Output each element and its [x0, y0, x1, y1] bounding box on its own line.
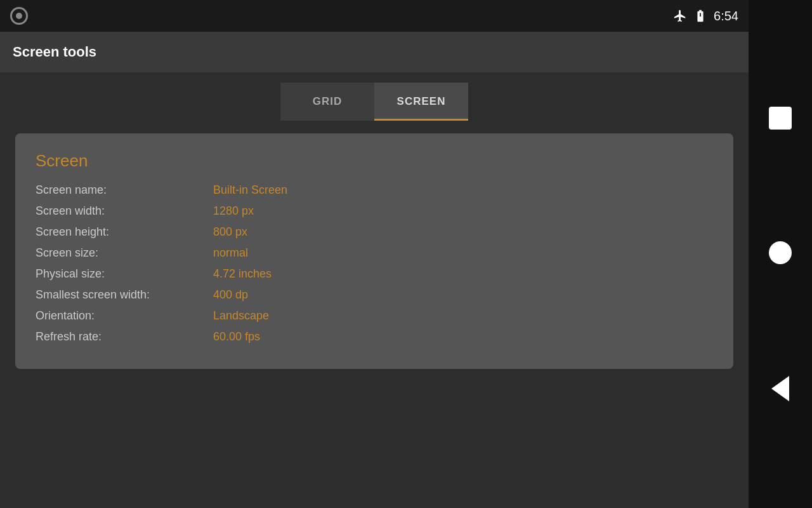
card-title: Screen	[36, 151, 713, 171]
label-refresh-rate: Refresh rate:	[36, 330, 213, 344]
tab-screen[interactable]: SCREEN	[374, 83, 468, 121]
square-button[interactable]	[769, 107, 792, 130]
battery-icon	[693, 9, 707, 23]
app-bar: Screen tools	[0, 32, 749, 72]
label-orientation: Orientation:	[36, 309, 213, 323]
tabs-container: GRID SCREEN	[0, 72, 749, 121]
info-row-refresh-rate: Refresh rate: 60.00 fps	[36, 330, 713, 344]
circle-icon	[769, 241, 792, 264]
label-screen-width: Screen width:	[36, 204, 213, 218]
back-icon	[771, 376, 789, 401]
main-content: GRID SCREEN Screen Screen name: Built-in…	[0, 72, 749, 508]
value-screen-size: normal	[213, 246, 248, 260]
label-screen-size: Screen size:	[36, 246, 213, 260]
info-row-smallest-width: Smallest screen width: 400 dp	[36, 288, 713, 302]
airplane-icon	[673, 9, 687, 23]
info-row-orientation: Orientation: Landscape	[36, 309, 713, 323]
app-title: Screen tools	[13, 44, 96, 60]
label-screen-name: Screen name:	[36, 184, 213, 197]
value-physical-size: 4.72 inches	[213, 267, 272, 281]
value-screen-name: Built-in Screen	[213, 184, 287, 197]
info-row-screen-height: Screen height: 800 px	[36, 225, 713, 239]
info-row-screen-size: Screen size: normal	[36, 246, 713, 260]
value-refresh-rate: 60.00 fps	[213, 330, 260, 344]
label-smallest-width: Smallest screen width:	[36, 288, 213, 302]
status-right: 6:54	[673, 9, 738, 23]
tab-grid[interactable]: GRID	[280, 83, 374, 121]
screen-card: Screen Screen name: Built-in Screen Scre…	[15, 133, 733, 369]
status-time: 6:54	[714, 9, 738, 23]
circle-button[interactable]	[769, 241, 792, 264]
value-screen-width: 1280 px	[213, 204, 254, 218]
value-screen-height: 800 px	[213, 225, 247, 239]
info-row-screen-name: Screen name: Built-in Screen	[36, 184, 713, 197]
info-row-physical-size: Physical size: 4.72 inches	[36, 267, 713, 281]
square-icon	[769, 107, 792, 130]
nav-buttons	[749, 0, 812, 508]
back-button[interactable]	[771, 376, 789, 401]
status-bar: 6:54	[0, 0, 749, 32]
value-smallest-width: 400 dp	[213, 288, 248, 302]
status-left	[10, 7, 28, 25]
label-screen-height: Screen height:	[36, 225, 213, 239]
label-physical-size: Physical size:	[36, 267, 213, 281]
info-row-screen-width: Screen width: 1280 px	[36, 204, 713, 218]
value-orientation: Landscape	[213, 309, 269, 323]
status-dot-icon	[10, 7, 28, 25]
